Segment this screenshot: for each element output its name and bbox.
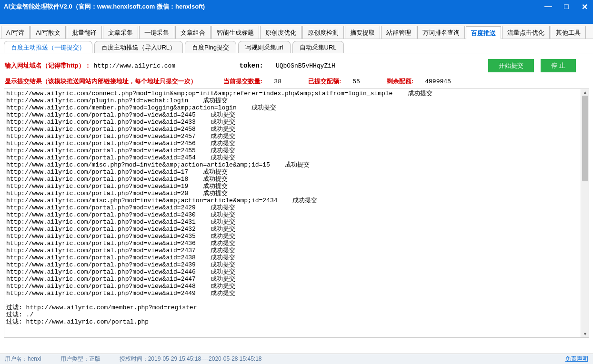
log-container: http://www.ailyric.com/connect.php?mod=l…: [4, 89, 589, 338]
sub-tabs: 百度主动推送（一键提交）百度主动推送（导入URL）百度Ping提交写规则采集ur…: [0, 39, 593, 53]
main-tab-2[interactable]: 批量翻译: [67, 26, 102, 39]
status-bar: 用户名：henxi 用户类型：正版 授权时间：2019-05-29 15:45:…: [0, 354, 593, 364]
submitted-quota-label: 已提交配额:: [308, 77, 341, 86]
token-label: token:: [240, 62, 263, 69]
result-label: 显示提交结果（该模块推送网站内部链接地址，每个地址只提交一次）: [5, 77, 197, 86]
main-tab-6[interactable]: 智能生成标题: [211, 26, 259, 39]
toolbar-strip: [0, 13, 593, 24]
current-count-label: 当前提交数量:: [223, 77, 262, 86]
sb-type-value: 正版: [89, 355, 101, 362]
submitted-quota-value: 55: [352, 78, 360, 85]
main-tab-9[interactable]: 摘要提取: [345, 26, 380, 39]
start-submit-button[interactable]: 开始提交: [488, 59, 534, 72]
sb-user-label: 用户名：: [5, 355, 28, 362]
sub-tab-4[interactable]: 自动采集URL: [292, 41, 344, 53]
main-tab-13[interactable]: 流量点击优化: [502, 26, 550, 39]
status-row: 显示提交结果（该模块推送网站内部链接地址，每个地址只提交一次） 当前提交数量: …: [0, 75, 593, 89]
main-tab-10[interactable]: 站群管理: [381, 26, 416, 39]
close-icon[interactable]: ✕: [580, 2, 589, 11]
input-row: 输入网址域名（记得带http）： token: UQbOSnB5vHHqyZiH…: [0, 53, 593, 75]
current-count-value: 38: [274, 78, 281, 85]
sb-user-value: henxi: [28, 355, 41, 362]
sub-tab-0[interactable]: 百度主动推送（一键提交）: [4, 41, 92, 53]
sub-tab-1[interactable]: 百度主动推送（导入URL）: [94, 41, 183, 53]
main-tab-5[interactable]: 文章组合: [175, 26, 211, 39]
sb-auth: 授权时间：2019-05-29 15:45:18----2020-05-28 1…: [120, 355, 262, 363]
main-tab-7[interactable]: 原创度优化: [260, 26, 302, 39]
scrollbar[interactable]: ▲ ▼: [581, 89, 589, 337]
scroll-thumb[interactable]: [582, 96, 588, 181]
sb-username: 用户名：henxi: [5, 355, 41, 363]
stop-button[interactable]: 停 止: [541, 59, 576, 72]
window-controls: — □ ✕: [543, 2, 589, 11]
remain-quota-label: 剩余配额:: [387, 77, 413, 86]
title-bar: AI文章智能处理软件V2.0（官网：www.henxisoft.com 微信：h…: [0, 0, 593, 13]
app-title: AI文章智能处理软件V2.0（官网：www.henxisoft.com 微信：h…: [4, 2, 205, 11]
remain-quota-value: 4999945: [425, 78, 451, 85]
scroll-up-icon[interactable]: ▲: [581, 89, 589, 96]
main-tab-8[interactable]: 原创度检测: [302, 26, 344, 39]
token-value: UQbOSnB5vHHqyZiH: [276, 62, 371, 69]
main-tab-0[interactable]: AI写诗: [1, 26, 30, 39]
url-input[interactable]: [94, 62, 208, 69]
main-tab-14[interactable]: 其他工具: [551, 26, 586, 39]
sub-tab-3[interactable]: 写规则采集url: [238, 41, 290, 53]
main-tab-4[interactable]: 一键采集: [139, 26, 174, 39]
sb-auth-value: 2019-05-29 15:45:18----2020-05-28 15:45:…: [148, 355, 262, 362]
sub-tab-2[interactable]: 百度Ping提交: [185, 41, 236, 53]
main-tab-11[interactable]: 万词排名查询: [417, 26, 465, 39]
log-output[interactable]: http://www.ailyric.com/connect.php?mod=l…: [4, 89, 589, 337]
main-tab-1[interactable]: AI写散文: [30, 26, 65, 39]
sb-usertype: 用户类型：正版: [60, 355, 101, 363]
disclaimer-link[interactable]: 免责声明: [565, 355, 588, 363]
main-tab-3[interactable]: 文章采集: [103, 26, 138, 39]
main-tabs: AI写诗AI写散文批量翻译文章采集一键采集文章组合智能生成标题原创度优化原创度检…: [0, 24, 593, 39]
minimize-icon[interactable]: —: [543, 2, 553, 11]
main-tab-12[interactable]: 百度推送: [466, 26, 501, 39]
maximize-icon[interactable]: □: [562, 2, 571, 11]
scroll-down-icon[interactable]: ▼: [581, 331, 589, 337]
url-label: 输入网址域名（记得带http）：: [5, 61, 91, 70]
sb-type-label: 用户类型：: [60, 355, 89, 362]
sb-auth-label: 授权时间：: [120, 355, 148, 362]
